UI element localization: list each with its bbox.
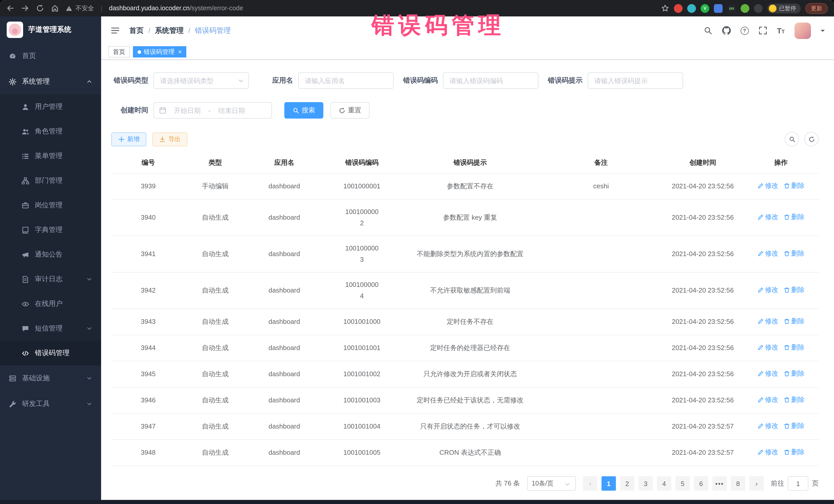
- sidebar-item-infra[interactable]: 基础设施: [0, 366, 101, 391]
- reset-button[interactable]: 重置: [331, 102, 370, 118]
- delete-link[interactable]: 删除: [784, 316, 805, 327]
- column-header: 错误码编码: [323, 152, 401, 173]
- delete-link[interactable]: 删除: [784, 248, 805, 259]
- cell-remark: [540, 413, 662, 440]
- sidebar-item-audit[interactable]: 审计日志: [0, 267, 101, 291]
- end-date-input[interactable]: [213, 107, 251, 114]
- extension-record-icon[interactable]: [674, 4, 683, 13]
- back-icon[interactable]: [6, 4, 14, 12]
- delete-link[interactable]: 删除: [784, 284, 805, 295]
- sidebar-item-user[interactable]: 用户管理: [0, 94, 101, 119]
- edit-link[interactable]: 修改: [757, 342, 778, 353]
- sidebar-item-system[interactable]: 系统管理: [0, 69, 101, 94]
- bookmark-star-icon[interactable]: [661, 4, 669, 12]
- edit-link[interactable]: 修改: [757, 284, 778, 295]
- delete-link[interactable]: 删除: [784, 368, 805, 379]
- cell-type: 自动生成: [185, 335, 245, 361]
- sidebar-item-menu[interactable]: 菜单管理: [0, 144, 101, 168]
- table-toolbar: 新增 导出: [111, 132, 819, 146]
- tag-tab-0[interactable]: 首页: [108, 46, 130, 58]
- cell-code: 1001001004: [323, 413, 401, 440]
- date-range-picker[interactable]: -: [153, 102, 272, 118]
- page-button-2[interactable]: 2: [620, 476, 634, 491]
- delete-link[interactable]: 删除: [784, 342, 805, 353]
- tag-tab-1[interactable]: 错误码管理×: [133, 46, 186, 58]
- breadcrumb-item-0[interactable]: 首页: [129, 26, 144, 35]
- home-icon[interactable]: [51, 4, 59, 12]
- page-button-8[interactable]: 8: [731, 476, 745, 491]
- page-button-3[interactable]: 3: [638, 476, 653, 491]
- sidebar-item-post[interactable]: 岗位管理: [0, 193, 101, 218]
- sidebar-item-dict[interactable]: 字典管理: [0, 218, 101, 242]
- page-button-1[interactable]: 1: [601, 476, 616, 491]
- sidebar-item-home[interactable]: 首页: [0, 43, 101, 69]
- search-icon[interactable]: [703, 26, 712, 35]
- edit-link[interactable]: 修改: [757, 420, 778, 432]
- error-code-input[interactable]: [443, 72, 539, 89]
- edit-link[interactable]: 修改: [757, 248, 778, 259]
- page-size-select[interactable]: 10条/页: [527, 476, 576, 491]
- search-button[interactable]: 搜索: [284, 102, 323, 118]
- edit-link[interactable]: 修改: [757, 180, 778, 192]
- prev-page-button[interactable]: ‹: [583, 476, 597, 491]
- help-icon[interactable]: ?: [740, 26, 749, 35]
- page-button-4[interactable]: 4: [657, 476, 671, 491]
- export-button[interactable]: 导出: [152, 132, 187, 146]
- app-name-input[interactable]: [298, 72, 394, 89]
- edit-link[interactable]: 修改: [757, 212, 778, 223]
- forward-icon[interactable]: [21, 4, 29, 12]
- user-avatar[interactable]: [794, 22, 811, 39]
- cell-id: 3945: [111, 361, 185, 387]
- page-content: 错误码类型 应用名 错误码编码: [101, 60, 834, 500]
- table-row: 3944自动生成dashboard1001001001定时任务的处理器已经存在2…: [111, 335, 819, 361]
- error-hint-input[interactable]: [588, 72, 683, 89]
- github-icon[interactable]: [722, 26, 730, 35]
- start-date-input[interactable]: [168, 107, 206, 114]
- page-button-6[interactable]: 6: [694, 476, 708, 491]
- tab-close-icon[interactable]: ×: [178, 49, 182, 55]
- address-bar[interactable]: dashboard.yudao.iocoder.cn/system/error-…: [109, 5, 243, 12]
- delete-link[interactable]: 删除: [784, 420, 805, 432]
- edit-link[interactable]: 修改: [757, 394, 778, 406]
- delete-link[interactable]: 删除: [784, 394, 805, 406]
- hamburger-icon[interactable]: [110, 27, 120, 35]
- sidebar-item-role[interactable]: 角色管理: [0, 119, 101, 144]
- profile-paused-badge[interactable]: 已暂停: [767, 3, 800, 13]
- reload-icon[interactable]: [36, 4, 44, 12]
- add-button[interactable]: 新增: [111, 132, 146, 146]
- edit-link[interactable]: 修改: [757, 316, 778, 327]
- edit-link[interactable]: 修改: [757, 368, 778, 379]
- sidebar-item-sms[interactable]: 短信管理: [0, 316, 101, 341]
- delete-link[interactable]: 删除: [784, 446, 805, 458]
- delete-link[interactable]: 删除: [784, 212, 805, 223]
- toggle-search-button[interactable]: [785, 132, 799, 146]
- breadcrumb-item-2[interactable]: 错误码管理: [184, 26, 231, 35]
- sidebar-item-notice[interactable]: 通知公告: [0, 242, 101, 267]
- delete-link[interactable]: 删除: [784, 180, 805, 192]
- extension-teal-icon[interactable]: [687, 4, 696, 13]
- sidebar-item-tools[interactable]: 研发工具: [0, 391, 101, 417]
- extension-grid-icon[interactable]: [714, 4, 723, 13]
- sidebar-item-errcode[interactable]: 错误码管理: [0, 341, 101, 366]
- sidebar-item-dept[interactable]: 部门管理: [0, 168, 101, 193]
- app-logo[interactable]: 芋道管理系统: [0, 17, 101, 43]
- error-type-select[interactable]: [153, 72, 249, 89]
- extension-v-icon[interactable]: V: [701, 4, 709, 13]
- avatar-caret-icon[interactable]: [821, 29, 825, 34]
- extension-green-icon[interactable]: [741, 4, 749, 13]
- more-pages-button[interactable]: •••: [712, 476, 727, 491]
- sidebar-item-online[interactable]: 在线用户: [0, 291, 101, 316]
- extension-on-icon[interactable]: on: [727, 4, 736, 13]
- security-warning[interactable]: 不安全: [66, 4, 94, 13]
- page-button-5[interactable]: 5: [675, 476, 690, 491]
- tab-label: 错误码管理: [144, 47, 175, 56]
- breadcrumb-item-1[interactable]: 系统管理: [144, 26, 184, 35]
- edit-link[interactable]: 修改: [757, 446, 778, 458]
- goto-page-input[interactable]: [788, 476, 808, 491]
- browser-update-button[interactable]: 更新: [805, 3, 828, 14]
- extensions-puzzle-icon[interactable]: [754, 4, 763, 13]
- next-page-button[interactable]: ›: [749, 476, 764, 491]
- refresh-table-button[interactable]: [804, 132, 819, 146]
- fullscreen-icon[interactable]: [758, 26, 767, 35]
- font-size-icon[interactable]: TT: [777, 27, 785, 35]
